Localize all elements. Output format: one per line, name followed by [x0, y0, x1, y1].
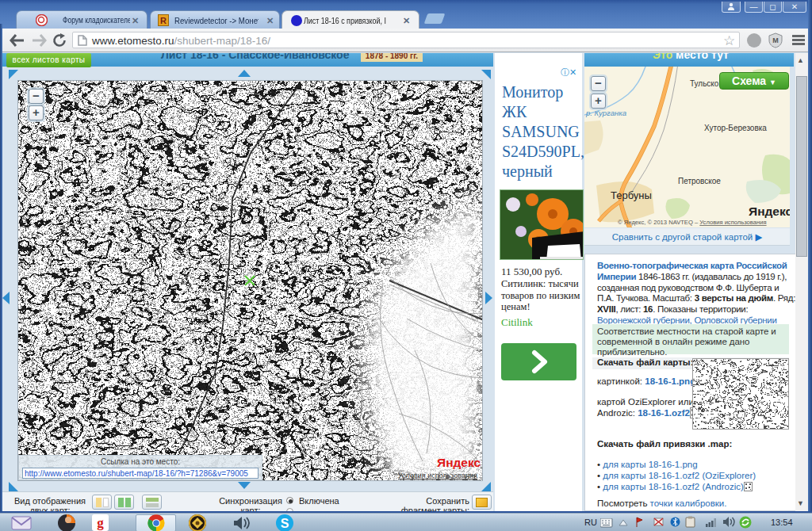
svg-text:M: M	[772, 36, 779, 44]
svg-text:Тербуны: Тербуны	[611, 189, 652, 201]
svg-text:Яндекс: Яндекс	[749, 204, 790, 218]
svg-text:S: S	[281, 517, 289, 530]
svg-text:Хутор-Березовка: Хутор-Березовка	[704, 124, 767, 132]
svg-text:Тульско: Тульско	[690, 79, 719, 88]
svg-text:Петровское: Петровское	[678, 177, 721, 185]
svg-text:© Яндекс, © 2013 NAVTEQ – Усло: © Яндекс, © 2013 NAVTEQ – Условия иcполь…	[618, 219, 767, 226]
svg-text:р. Курганка: р. Курганка	[585, 109, 626, 117]
